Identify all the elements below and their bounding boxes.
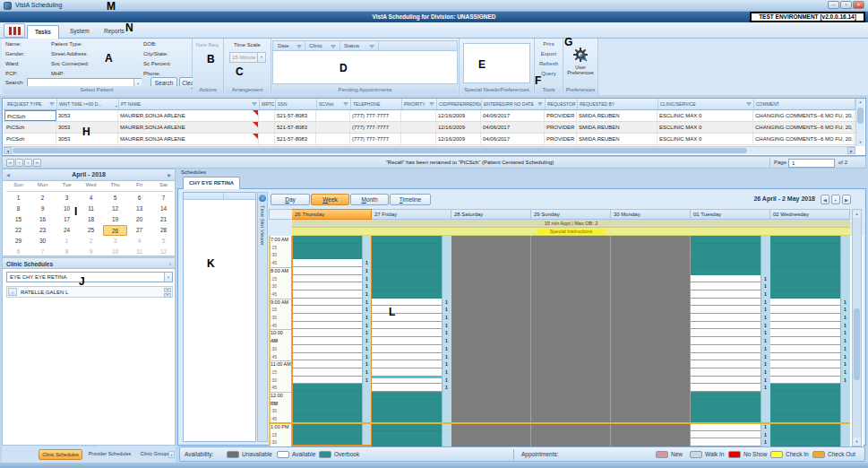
grid-column-header[interactable]: SCVisit	[317, 99, 351, 109]
scroll-up-icon[interactable]: ▲	[164, 288, 171, 292]
available-slot[interactable]	[691, 329, 761, 337]
available-slot[interactable]	[691, 384, 761, 392]
filter-icon[interactable]	[429, 101, 435, 108]
available-slot[interactable]	[292, 368, 362, 377]
scroll-down-icon[interactable]: ▼	[853, 438, 861, 446]
overbook-block[interactable]	[292, 384, 362, 446]
available-slot[interactable]	[691, 275, 761, 283]
available-slot[interactable]	[691, 345, 761, 353]
horizontal-scrollbar[interactable]: ◀▶	[4, 146, 855, 154]
calendar-day[interactable]: 14	[151, 204, 176, 214]
filter-icon[interactable]	[746, 101, 752, 108]
available-slot[interactable]	[372, 368, 442, 377]
available-slot[interactable]	[372, 337, 442, 345]
available-slot[interactable]	[770, 345, 840, 353]
calendar-day[interactable]: 25	[79, 225, 103, 236]
available-slot[interactable]	[770, 314, 840, 322]
calendar-day[interactable]: 9	[79, 247, 103, 257]
available-slot[interactable]	[691, 368, 761, 377]
calendar-day[interactable]: 12	[103, 204, 127, 214]
calendar-day[interactable]: 5	[103, 193, 127, 204]
calendar-day[interactable]: 11	[127, 247, 151, 257]
available-slot[interactable]	[292, 360, 362, 368]
calendar-day[interactable]: 30	[30, 236, 55, 247]
time-slot-viewer-list[interactable]	[183, 192, 256, 442]
available-slot[interactable]	[691, 290, 761, 299]
available-slot[interactable]	[770, 360, 840, 368]
calendar-day[interactable]: 13	[127, 204, 151, 214]
available-slot[interactable]	[292, 267, 362, 275]
special-needs-list[interactable]	[463, 43, 530, 83]
expand-viewer-icon[interactable]: ›	[259, 195, 266, 202]
available-slot[interactable]	[292, 275, 362, 283]
available-slot[interactable]	[691, 360, 761, 368]
tab-tasks[interactable]: Tasks	[27, 25, 59, 39]
available-slot[interactable]	[770, 377, 840, 385]
available-slot[interactable]	[770, 299, 840, 307]
calendar-day[interactable]: 28	[151, 225, 176, 236]
refresh-button[interactable]: Refresh	[535, 61, 563, 66]
available-slot[interactable]	[691, 299, 761, 307]
schedule-tab-chy-eye-retina[interactable]: CHY EYE RETINA	[183, 177, 240, 189]
available-slot[interactable]	[372, 345, 442, 353]
filter-icon[interactable]	[369, 44, 375, 50]
filter-icon[interactable]	[474, 101, 480, 108]
prev-week-icon[interactable]: ◀	[821, 195, 829, 204]
calendar-next-icon[interactable]: ▶	[168, 172, 171, 178]
request-row[interactable]: PtCSch3053MAURER,SONJA ARLENE521-57-8083…	[4, 110, 855, 122]
maximize-button[interactable]: ▫	[840, 1, 852, 9]
calendar-day[interactable]: 2	[30, 193, 55, 204]
available-slot[interactable]	[770, 306, 840, 314]
filter-icon[interactable]	[296, 44, 303, 50]
overbook-block[interactable]	[372, 392, 442, 446]
next-week-icon[interactable]: ▶	[842, 195, 851, 204]
schedule-mode-clinic-groups[interactable]: Clinic Groups	[137, 449, 173, 460]
calendar-day[interactable]: 8	[55, 247, 79, 257]
grid-column-header[interactable]: TELEPHONE	[351, 99, 402, 109]
available-slot[interactable]	[292, 353, 362, 361]
schedule-mode-clinic-schedules[interactable]: Clinic Schedules	[39, 449, 82, 460]
calendar-day[interactable]: 2	[79, 236, 103, 247]
day-header-sunday[interactable]: 29 Sunday	[531, 209, 611, 220]
print-button[interactable]: Print	[535, 41, 563, 47]
overbook-block[interactable]	[691, 392, 761, 423]
day-header-friday[interactable]: 27 Friday	[372, 209, 451, 220]
next-page-button[interactable]: ›	[24, 159, 32, 167]
filter-icon[interactable]	[331, 44, 337, 50]
day-header-saturday[interactable]: 28 Saturday	[451, 209, 531, 220]
filter-icon[interactable]	[537, 101, 544, 108]
provider-row[interactable]: › RATELLE,GALEN L ▲ ▼	[6, 286, 173, 298]
available-slot[interactable]	[770, 337, 840, 345]
calendar-day[interactable]: 8	[6, 204, 30, 214]
calendar-day[interactable]: 1	[6, 193, 30, 204]
calendar-day[interactable]: 4	[127, 236, 151, 247]
calendar-day[interactable]: 5	[151, 236, 176, 247]
overbook-block[interactable]	[691, 236, 761, 275]
available-slot[interactable]	[691, 322, 761, 330]
grid-cell[interactable]: PtCSch	[4, 110, 56, 121]
calendar-day[interactable]: 3	[103, 236, 127, 247]
calendar-day[interactable]: 15	[6, 214, 30, 225]
available-slot[interactable]	[770, 322, 840, 330]
available-slot[interactable]	[691, 314, 761, 322]
view-button-month[interactable]: Month	[350, 194, 389, 205]
available-slot[interactable]	[770, 368, 840, 377]
vertical-scrollbar[interactable]: ▲▼	[855, 99, 864, 146]
calendar-day[interactable]: 21	[151, 214, 176, 225]
available-slot[interactable]	[292, 329, 362, 337]
available-slot[interactable]	[691, 423, 761, 431]
available-slot[interactable]	[292, 259, 362, 267]
calendar-day[interactable]: 4	[79, 193, 103, 204]
calendar-day[interactable]: 23	[30, 225, 55, 236]
application-menu-button[interactable]	[4, 23, 25, 38]
expand-icon[interactable]: ›	[8, 288, 17, 296]
calendar-day[interactable]: 1	[55, 236, 79, 247]
grid-column-header[interactable]: REQUESTED BY	[578, 99, 658, 109]
available-slot[interactable]	[372, 299, 442, 307]
schedule-mode-provider-schedules[interactable]: Provider Schedules	[84, 449, 135, 460]
scroll-left-icon[interactable]: ◀	[4, 147, 12, 154]
available-slot[interactable]	[372, 353, 442, 361]
overbook-block[interactable]	[372, 236, 442, 299]
available-slot[interactable]	[691, 282, 761, 290]
filter-icon[interactable]	[343, 101, 349, 108]
